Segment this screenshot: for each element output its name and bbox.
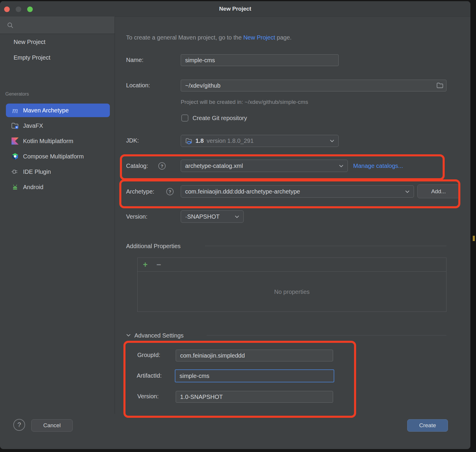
sidebar-search-field[interactable] bbox=[0, 17, 115, 34]
advanced-version-input[interactable] bbox=[176, 391, 333, 403]
jdk-version-secondary: version 1.8.0_291 bbox=[207, 137, 254, 144]
hint-text: To create a general Maven project, go to… bbox=[126, 34, 243, 41]
advanced-settings-header[interactable]: Advanced Settings bbox=[134, 332, 184, 339]
archetype-label: Archetype: bbox=[126, 188, 154, 195]
artifactid-label: ArtifactId: bbox=[137, 372, 162, 379]
jdk-icon bbox=[185, 137, 193, 145]
sidebar-item-label: Compose Multiplatform bbox=[23, 153, 84, 160]
section-divider bbox=[207, 335, 446, 335]
sidebar-item-compose-multiplatform[interactable]: Compose Multiplatform bbox=[6, 150, 110, 163]
compose-icon bbox=[11, 153, 19, 160]
properties-toolbar: + − bbox=[138, 258, 446, 272]
sidebar-item-javafx[interactable]: JavaFX bbox=[6, 119, 110, 132]
cancel-button[interactable]: Cancel bbox=[31, 419, 73, 432]
sidebar-item-kotlin-multiplatform[interactable]: Kotlin Multiplatform bbox=[6, 134, 110, 148]
jdk-version-primary: 1.8 bbox=[195, 137, 204, 144]
sidebar-item-label: Android bbox=[23, 184, 43, 191]
advanced-version-label: Version: bbox=[137, 393, 159, 400]
sidebar-item-maven-archetype[interactable]: m Maven Archetype bbox=[6, 104, 110, 117]
generators-section-header: Generators bbox=[5, 91, 29, 97]
catalog-label: Catalog: bbox=[126, 163, 148, 169]
maven-icon: m bbox=[11, 107, 19, 114]
help-button[interactable]: ? bbox=[13, 419, 25, 431]
version-dropdown[interactable]: ·SNAPSHOT bbox=[181, 210, 244, 223]
chevron-down-icon bbox=[235, 215, 239, 218]
create-button[interactable]: Create bbox=[407, 419, 448, 432]
catalog-value: archetype-catalog.xml bbox=[185, 163, 243, 169]
groupid-input[interactable] bbox=[176, 350, 333, 361]
new-project-link[interactable]: New Project bbox=[243, 34, 275, 41]
window-title: New Project bbox=[0, 1, 470, 17]
sidebar-item-new-project[interactable]: New Project bbox=[0, 36, 115, 48]
add-archetype-button[interactable]: Add... bbox=[417, 184, 460, 198]
hint-text-suffix: page. bbox=[275, 34, 292, 41]
additional-properties-header: Additional Properties bbox=[126, 243, 181, 250]
archetype-dropdown[interactable]: com.feiniaojin.ddd:ddd-archetype-archety… bbox=[181, 185, 414, 198]
manage-catalogs-link[interactable]: Manage catalogs... bbox=[353, 163, 403, 169]
no-properties-text: No properties bbox=[138, 272, 446, 312]
location-label: Location: bbox=[126, 82, 150, 89]
chevron-down-icon bbox=[405, 190, 410, 193]
add-property-icon[interactable]: + bbox=[143, 261, 148, 269]
git-checkbox-label: Create Git repository bbox=[193, 115, 247, 122]
location-note: Project will be created in: ~/xdev/githu… bbox=[181, 99, 308, 105]
new-project-dialog: New Project New Project Empty Project Ge… bbox=[0, 1, 470, 449]
additional-properties-table: + − No properties bbox=[137, 258, 446, 312]
archetype-help-icon[interactable]: ? bbox=[166, 188, 174, 195]
sidebar-item-label: IDE Plugin bbox=[23, 168, 51, 175]
sidebar-item-empty-project[interactable]: Empty Project bbox=[0, 52, 115, 63]
git-checkbox[interactable] bbox=[181, 114, 188, 122]
sidebar: New Project Empty Project Generators m M… bbox=[0, 17, 115, 414]
location-input[interactable] bbox=[181, 80, 446, 91]
page-hint: To create a general Maven project, go to… bbox=[126, 34, 291, 41]
groupid-label: GroupId: bbox=[137, 352, 160, 358]
search-icon bbox=[6, 22, 14, 29]
folder-browse-icon[interactable] bbox=[436, 82, 444, 89]
name-label: Name: bbox=[126, 57, 144, 63]
catalog-help-icon[interactable]: ? bbox=[158, 162, 166, 170]
version-label: Version: bbox=[126, 213, 147, 220]
archetype-value: com.feiniaojin.ddd:ddd-archetype-archety… bbox=[185, 188, 300, 195]
screen: New Project New Project Empty Project Ge… bbox=[0, 0, 476, 452]
screen-artifact bbox=[473, 236, 475, 241]
jdk-label: JDK: bbox=[126, 137, 139, 144]
sidebar-item-label: JavaFX bbox=[23, 122, 43, 129]
chevron-down-icon bbox=[339, 165, 343, 167]
jdk-dropdown[interactable]: 1.8 version 1.8.0_291 bbox=[181, 135, 339, 147]
catalog-dropdown[interactable]: archetype-catalog.xml bbox=[181, 160, 348, 172]
ide-plugin-icon bbox=[11, 168, 19, 176]
remove-property-icon[interactable]: − bbox=[157, 261, 161, 269]
kotlin-icon bbox=[11, 137, 19, 145]
javafx-icon bbox=[11, 122, 19, 130]
section-divider bbox=[205, 246, 446, 246]
sidebar-item-android[interactable]: Android bbox=[6, 180, 110, 194]
titlebar: New Project bbox=[0, 1, 470, 17]
artifactid-input[interactable] bbox=[175, 369, 334, 382]
chevron-down-icon bbox=[330, 140, 334, 142]
android-icon bbox=[11, 183, 19, 191]
sidebar-item-label: Kotlin Multiplatform bbox=[23, 138, 73, 145]
sidebar-item-label: Maven Archetype bbox=[23, 107, 69, 114]
advanced-settings-chevron-icon[interactable] bbox=[126, 334, 131, 337]
name-input[interactable] bbox=[181, 54, 339, 66]
sidebar-item-ide-plugin[interactable]: IDE Plugin bbox=[6, 165, 110, 178]
version-value: ·SNAPSHOT bbox=[185, 213, 220, 220]
desktop-background-strip bbox=[470, 0, 476, 452]
